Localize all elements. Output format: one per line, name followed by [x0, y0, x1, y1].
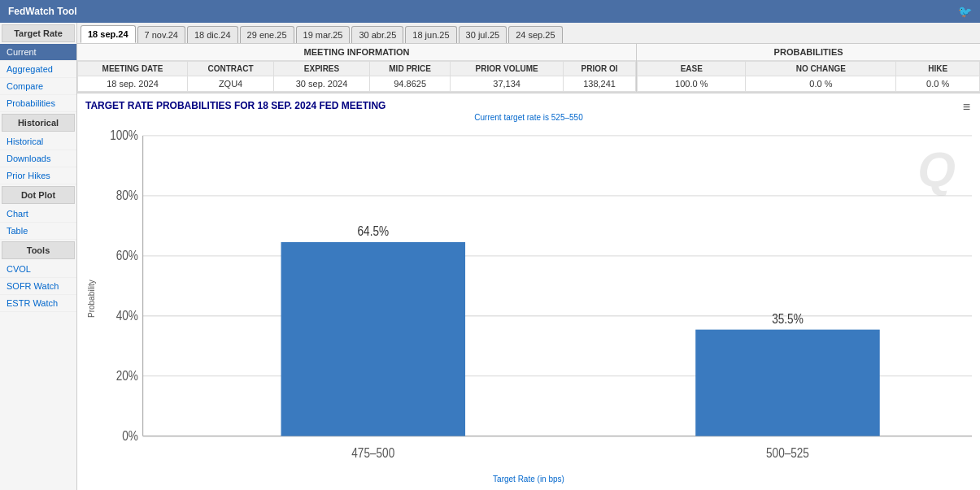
cell-prior-volume: 37,134: [451, 76, 564, 92]
sidebar-item-chart[interactable]: Chart: [0, 206, 76, 223]
cell-prior-oi: 138,241: [563, 76, 635, 92]
sidebar-item-compare[interactable]: Compare: [0, 78, 76, 95]
cell-ease: 100.0 %: [638, 76, 746, 92]
tab-jun25[interactable]: 18 jun.25: [405, 26, 456, 43]
meeting-right: PROBABILITIES EASE NO CHANGE HIKE: [637, 44, 980, 92]
sidebar-item-prior-hikes[interactable]: Prior Hikes: [0, 167, 76, 184]
tab-mar25[interactable]: 19 mar.25: [296, 26, 351, 43]
meeting-left: MEETING INFORMATION MEETING DATE CONTRAC…: [77, 44, 637, 92]
probabilities-table: EASE NO CHANGE HIKE 100.0 % 0.0 %: [637, 61, 980, 92]
tabs-bar: 18 sep.24 7 nov.24 18 dic.24 29 ene.25 1…: [77, 23, 980, 44]
tab-sep24[interactable]: 18 sep.24: [81, 25, 136, 43]
sidebar-item-estr-watch[interactable]: ESTR Watch: [0, 295, 76, 312]
bar-500-525: [695, 330, 880, 436]
sidebar-section-tools: Tools: [2, 241, 75, 259]
cell-contract: ZQU4: [187, 76, 273, 92]
x-axis-label: Target Rate (in bps): [85, 475, 972, 483]
svg-text:500–525: 500–525: [766, 446, 809, 460]
cell-meeting-date: 18 sep. 2024: [78, 76, 188, 92]
sidebar-section-historical: Historical: [2, 114, 75, 132]
sidebar-section-dot-plot: Dot Plot: [2, 186, 75, 204]
col-no-change: NO CHANGE: [746, 62, 896, 76]
sidebar-item-cvol[interactable]: CVOL: [0, 261, 76, 278]
svg-text:35.5%: 35.5%: [772, 312, 804, 326]
sidebar: Target Rate Current Aggregated Compare P…: [0, 23, 77, 490]
tab-sep25[interactable]: 24 sep.25: [508, 26, 562, 43]
app-container: FedWatch Tool 🐦 Target Rate Current Aggr…: [0, 0, 980, 490]
chart-menu-icon[interactable]: ≡: [963, 100, 970, 115]
col-hike: HIKE: [896, 62, 980, 76]
sidebar-item-sofr-watch[interactable]: SOFR Watch: [0, 278, 76, 295]
col-meeting-date: MEETING DATE: [78, 62, 188, 76]
tab-abr25[interactable]: 30 abr.25: [351, 26, 403, 43]
probabilities-title: PROBABILITIES: [637, 44, 980, 61]
sidebar-item-table[interactable]: Table: [0, 223, 76, 240]
meeting-info-title: MEETING INFORMATION: [77, 44, 636, 61]
chart-svg: 100% 80% 60% 40% 20% 0%: [97, 125, 972, 473]
svg-text:0%: 0%: [122, 429, 138, 443]
chart-section: TARGET RATE PROBABILITIES FOR 18 SEP. 20…: [77, 93, 980, 490]
meeting-info: MEETING INFORMATION MEETING DATE CONTRAC…: [77, 44, 980, 93]
col-mid-price: MID PRICE: [369, 62, 450, 76]
twitter-icon[interactable]: 🐦: [958, 5, 972, 18]
bar-475-500: [281, 242, 466, 436]
sidebar-item-historical[interactable]: Historical: [0, 133, 76, 150]
tab-ene25[interactable]: 29 ene.25: [240, 26, 294, 43]
col-ease: EASE: [638, 62, 746, 76]
table-row: 100.0 % 0.0 % 0.0 %: [638, 76, 980, 92]
col-prior-volume: PRIOR VOLUME: [451, 62, 564, 76]
tab-jul25[interactable]: 30 jul.25: [459, 26, 507, 43]
svg-text:80%: 80%: [116, 189, 138, 202]
cell-expires: 30 sep. 2024: [274, 76, 370, 92]
tab-nov24[interactable]: 7 nov.24: [137, 26, 185, 43]
meeting-info-table: MEETING DATE CONTRACT EXPIRES MID PRICE …: [77, 61, 636, 92]
svg-text:100%: 100%: [110, 128, 138, 142]
app-header: FedWatch Tool 🐦: [0, 0, 980, 23]
sidebar-item-downloads[interactable]: Downloads: [0, 150, 76, 167]
cell-mid-price: 94.8625: [369, 76, 450, 92]
cell-no-change: 0.0 %: [746, 76, 896, 92]
sidebar-item-current[interactable]: Current: [0, 44, 76, 61]
svg-text:475–500: 475–500: [351, 446, 394, 460]
sidebar-section-target-rate: Target Rate: [2, 24, 75, 42]
col-prior-oi: PRIOR OI: [563, 62, 635, 76]
main-content: 18 sep.24 7 nov.24 18 dic.24 29 ene.25 1…: [77, 23, 980, 490]
svg-text:40%: 40%: [116, 309, 138, 323]
table-row: 18 sep. 2024 ZQU4 30 sep. 2024 94.8625 3…: [78, 76, 636, 92]
col-contract: CONTRACT: [187, 62, 273, 76]
sidebar-item-aggregated[interactable]: Aggregated: [0, 61, 76, 78]
chart-container: Probability Q: [85, 125, 972, 473]
cell-hike: 0.0 %: [896, 76, 980, 92]
svg-text:60%: 60%: [116, 249, 138, 262]
svg-text:20%: 20%: [116, 369, 138, 383]
chart-area: MEETING INFORMATION MEETING DATE CONTRAC…: [77, 44, 980, 490]
col-expires: EXPIRES: [274, 62, 370, 76]
chart-subtitle: Current target rate is 525–550: [85, 113, 972, 122]
svg-text:64.5%: 64.5%: [358, 224, 390, 238]
tab-dic24[interactable]: 18 dic.24: [187, 26, 238, 43]
sidebar-item-probabilities[interactable]: Probabilities: [0, 95, 76, 112]
chart-inner: Q 100% 80%: [97, 125, 972, 473]
app-title: FedWatch Tool: [8, 6, 77, 17]
y-axis-label: Probability: [85, 125, 97, 473]
chart-title: TARGET RATE PROBABILITIES FOR 18 SEP. 20…: [85, 100, 972, 111]
